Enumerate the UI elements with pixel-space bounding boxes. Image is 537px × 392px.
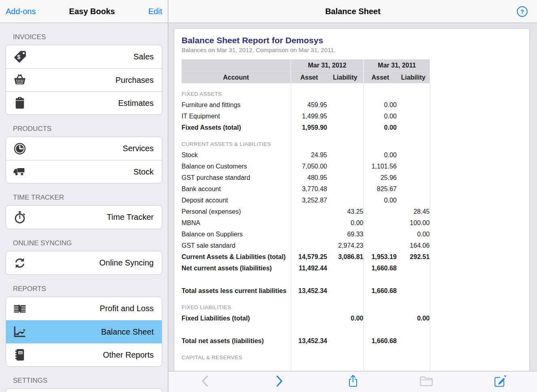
table-row: MBNA0.00100.00: [182, 217, 430, 229]
notebook-icon: [13, 347, 29, 362]
section-row: CURRENT ASSETS & LIABILITIES: [182, 133, 430, 150]
sidebar-item-online-syncing[interactable]: Online Syncing: [6, 251, 162, 274]
table-cell: 0.00: [364, 99, 397, 111]
report-table-body: FIXED ASSETSFurniture and fittings459.95…: [182, 83, 430, 371]
section-header-online-syncing: ONLINE SYNCING: [13, 239, 162, 247]
sidebar-item-time-tracker[interactable]: Time Tracker: [6, 206, 162, 229]
table-cell: [327, 133, 364, 150]
table-cell: [182, 324, 291, 335]
sidebar-item-profit-and-loss[interactable]: Profit and Loss: [6, 297, 162, 320]
table-cell: [327, 150, 364, 161]
table-cell: [327, 263, 364, 274]
table-cell: 164.06: [397, 240, 430, 251]
table-cell: [397, 122, 430, 133]
table-cell: [291, 83, 327, 99]
table-cell: Furniture and fittings: [182, 99, 291, 111]
table-cell: 3,770.48: [291, 183, 327, 195]
forward-chevron-button[interactable]: [242, 371, 316, 392]
table-cell: 13,452.34: [291, 335, 327, 347]
sidebar-item-estimates[interactable]: Estimates: [6, 91, 162, 114]
period-header-2012: Mar 31, 2012: [291, 59, 364, 72]
sidebar-item-label: Purchases: [29, 76, 154, 85]
table-cell: [397, 297, 430, 313]
sidebar-item-services[interactable]: Services: [6, 137, 162, 160]
table-row: Personal (expenses)43.2528.45: [182, 206, 430, 217]
compose-button[interactable]: [463, 371, 537, 392]
svg-text:$: $: [17, 54, 21, 60]
truck-icon: [13, 164, 29, 179]
table-cell: IT Equipment: [182, 111, 291, 122]
table-cell: 1,660.68: [364, 335, 397, 347]
table-cell: FIXED ASSETS: [182, 83, 291, 99]
column-header-liability-2012: Liability: [327, 72, 364, 83]
sidebar-item-label: Online Syncing: [29, 258, 154, 268]
table-row: Balance on Customers7,050.001,101.56: [182, 161, 430, 172]
table-cell: [397, 335, 430, 347]
basket-icon: [13, 72, 29, 88]
table-cell: CURRENT ASSETS & LIABILITIES: [182, 133, 291, 150]
clipboard-icon: [13, 95, 29, 111]
sidebar-item-sales[interactable]: $Sales: [6, 45, 162, 68]
table-cell: [291, 133, 327, 150]
main-body: Balance Sheet Report for Demosys Balance…: [169, 23, 537, 371]
sidebar-item-label: Other Reports: [29, 350, 154, 360]
report-subtitle: Balances on Mar 31, 2012. Comparison on …: [182, 46, 522, 53]
column-header-liability-2011: Liability: [397, 72, 430, 83]
table-cell: [327, 274, 364, 285]
add-ons-button[interactable]: Add-ons: [6, 7, 36, 16]
table-cell: [327, 161, 364, 172]
table-row: Stock24.950.00: [182, 150, 430, 161]
table-row: Net current assets (liabilities)11,492.4…: [182, 263, 430, 274]
table-cell: [364, 217, 397, 229]
table-cell: [397, 172, 430, 183]
sidebar-item-label: Time Tracker: [29, 213, 154, 222]
table-header: Mar 31, 2012 Mar 31, 2011 Account Asset …: [182, 59, 430, 83]
table-cell: Deposit account: [182, 195, 291, 206]
column-header-asset-2011: Asset: [364, 72, 397, 83]
main-nav-bar: Balance Sheet ?: [169, 0, 537, 23]
table-cell: [327, 324, 364, 335]
sidebar-item-label: Services: [29, 144, 154, 153]
table-cell: Bank account: [182, 183, 291, 195]
sidebar-nav-bar: Add-ons Easy Books Edit: [0, 0, 168, 23]
table-cell: [182, 274, 291, 285]
sidebar-item-other-reports[interactable]: Other Reports: [6, 343, 162, 366]
sidebar-item-stock[interactable]: Stock: [6, 160, 162, 183]
table-cell: 1,959.90: [291, 122, 327, 133]
banknotes-icon: [13, 301, 29, 316]
table-cell: [327, 347, 364, 363]
table-cell: 25.96: [364, 172, 397, 183]
table-cell: [327, 285, 364, 297]
table-cell: [327, 363, 364, 371]
sidebar-card-settings: [6, 388, 162, 392]
table-cell: MBNA: [182, 217, 291, 229]
stopwatch-icon: [13, 210, 29, 225]
sidebar-card-reports: Profit and LossBalance SheetOther Report…: [6, 297, 162, 367]
table-cell: [327, 83, 364, 99]
price-tag-icon: $: [13, 49, 29, 65]
table-row: Total net assets (liabilities)13,452.341…: [182, 335, 430, 347]
sidebar-item-balance-sheet[interactable]: Balance Sheet: [6, 320, 162, 343]
svg-text:?: ?: [520, 8, 524, 15]
sidebar-card-invoices: $SalesPurchasesEstimates: [6, 45, 162, 115]
help-button[interactable]: ?: [516, 6, 528, 17]
edit-button[interactable]: Edit: [148, 7, 162, 16]
table-cell: Balance on Customers: [182, 161, 291, 172]
sidebar-item-label: Sales: [29, 52, 154, 61]
table-cell: Fixed Assets (total): [182, 122, 291, 133]
section-header-reports: REPORTS: [13, 285, 162, 293]
table-row: Furniture and fittings459.950.00: [182, 99, 430, 111]
folder-button[interactable]: [390, 371, 463, 392]
share-button[interactable]: [316, 371, 389, 392]
sidebar-item-purchases[interactable]: Purchases: [6, 68, 162, 91]
section-row: FIXED LIABILITIES: [182, 297, 430, 313]
table-cell: 480.95: [291, 172, 327, 183]
back-chevron-button[interactable]: [169, 371, 242, 392]
help-icon: ?: [516, 13, 528, 19]
table-cell: [291, 206, 327, 217]
spacer-row: [182, 363, 430, 371]
table-cell: Personal (expenses): [182, 206, 291, 217]
table-cell: 1,101.56: [364, 161, 397, 172]
table-cell: Total net assets (liabilities): [182, 335, 291, 347]
table-cell: [327, 297, 364, 313]
